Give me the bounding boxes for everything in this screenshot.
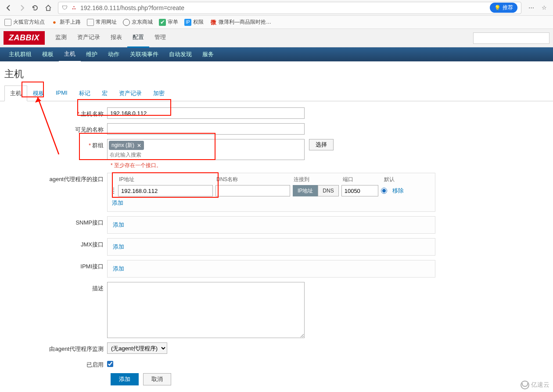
default-interface-radio[interactable] <box>381 188 387 194</box>
top-menu: 监测 资产记录 报表 配置 管理 <box>50 28 171 48</box>
host-name-label: *主机名称 <box>0 107 107 118</box>
remove-tag-icon[interactable]: ✕ <box>137 143 141 149</box>
firefox-icon: ● <box>51 19 58 26</box>
tab-templates[interactable]: 模板 <box>27 86 50 101</box>
browser-toolbar: 🛡 ⛬ 192.168.0.111/hosts.php?form=create … <box>0 0 553 16</box>
groups-label: *群组 <box>0 139 107 150</box>
home-button[interactable] <box>42 2 54 14</box>
add-snmp-interface-link[interactable]: 添加 <box>113 221 124 228</box>
tab-tags[interactable]: 标记 <box>73 86 96 101</box>
connect-to-toggle: IP地址 DNS <box>293 185 339 196</box>
shield-icon: 🛡 <box>62 4 68 11</box>
sub-menu-hosts[interactable]: 主机 <box>59 47 81 62</box>
weibo-icon: 微 <box>210 19 217 26</box>
connect-ip-button[interactable]: IP地址 <box>293 185 318 196</box>
snmp-interface-box: 添加 <box>107 216 435 234</box>
description-label: 描述 <box>0 282 107 292</box>
agent-ip-input[interactable] <box>118 185 213 196</box>
bookmark-item[interactable]: ●新手上路 <box>51 18 81 26</box>
bookmark-item[interactable]: IP权限 <box>184 18 204 26</box>
url-text: 192.168.0.111/hosts.php?form=create <box>80 4 486 11</box>
check-icon: ✔ <box>159 19 166 26</box>
tab-macros[interactable]: 宏 <box>96 86 113 101</box>
host-name-input[interactable] <box>107 107 305 119</box>
bookmark-item[interactable]: 京东商城 <box>123 18 153 26</box>
add-ipmi-interface-link[interactable]: 添加 <box>113 265 124 272</box>
iface-header-dns: DNS名称 <box>216 176 294 183</box>
url-bar[interactable]: 🛡 ⛬ 192.168.0.111/hosts.php?form=create … <box>58 2 521 14</box>
globe-icon <box>123 19 130 26</box>
agent-interface-label: agent代理程序的接口 <box>0 173 107 183</box>
sub-menu-event-correlation[interactable]: 关联项事件 <box>125 47 164 61</box>
group-tag[interactable]: nginx (新) ✕ <box>109 141 144 150</box>
monitored-by-label: 由agent代理程序监测 <box>0 342 107 353</box>
form-tabs: 主机 模板 IPMI 标记 宏 资产记录 加密 <box>0 85 553 101</box>
jmx-interface-label: JMX接口 <box>0 238 107 249</box>
bookmark-item[interactable]: ✔审单 <box>159 18 178 26</box>
forward-button[interactable] <box>16 2 28 14</box>
tab-encryption[interactable]: 加密 <box>147 86 170 101</box>
sub-menu-templates[interactable]: 模板 <box>37 47 59 61</box>
jmx-interface-box: 添加 <box>107 238 435 256</box>
cancel-button[interactable]: 取消 <box>143 373 171 385</box>
iface-header-connect: 连接到 <box>294 176 343 183</box>
page-actions-button[interactable]: ⋯ <box>525 2 537 14</box>
visible-name-label: 可见的名称 <box>0 123 107 134</box>
watermark: 亿速云 <box>521 381 549 385</box>
top-menu-reports[interactable]: 报表 <box>105 28 127 48</box>
submit-button[interactable]: 添加 <box>111 373 139 385</box>
search-input[interactable] <box>473 32 549 44</box>
visible-name-input[interactable] <box>107 123 305 135</box>
agent-port-input[interactable] <box>341 185 378 196</box>
groups-search-input[interactable] <box>109 150 303 158</box>
zabbix-sub-nav: 主机群组 模板 主机 维护 动作 关联项事件 自动发现 服务 <box>0 47 553 61</box>
back-button[interactable] <box>3 2 15 14</box>
top-search <box>473 32 549 44</box>
iface-header-ip: IP地址 <box>119 176 216 183</box>
reload-button[interactable] <box>29 2 41 14</box>
sub-menu-maintenance[interactable]: 维护 <box>81 47 103 61</box>
add-agent-interface-link[interactable]: 添加 <box>112 199 431 207</box>
ipmi-interface-label: IPMI接口 <box>0 260 107 271</box>
groups-multiselect[interactable]: nginx (新) ✕ <box>107 139 305 160</box>
enabled-checkbox[interactable] <box>107 361 113 367</box>
sub-menu-hostgroups[interactable]: 主机群组 <box>4 47 37 61</box>
form-buttons: 添加 取消 <box>0 373 553 385</box>
drag-handle-icon[interactable] <box>112 187 115 194</box>
bookmark-item[interactable]: 微微薄利—商品限时抢… <box>210 18 271 26</box>
sub-menu-discovery[interactable]: 自动发现 <box>164 47 197 61</box>
iface-header-default: 默认 <box>384 176 395 183</box>
bookmark-item[interactable]: 常用网址 <box>87 18 117 26</box>
bookmark-item[interactable]: 火狐官方站点 <box>4 18 45 26</box>
folder-icon <box>87 19 94 26</box>
zabbix-top-nav: ZABBIX 监测 资产记录 报表 配置 管理 <box>0 29 553 47</box>
insecure-icon: ⛬ <box>71 4 77 11</box>
connect-dns-button[interactable]: DNS <box>318 185 338 196</box>
description-textarea[interactable] <box>107 282 305 338</box>
ip-icon: IP <box>184 19 191 26</box>
recommend-pill[interactable]: 💡推荐 <box>490 3 517 13</box>
sub-menu-actions[interactable]: 动作 <box>103 47 125 61</box>
top-menu-administration[interactable]: 管理 <box>149 28 171 48</box>
tab-inventory[interactable]: 资产记录 <box>113 86 147 101</box>
agent-interface-box: IP地址 DNS名称 连接到 端口 默认 IP地址 DNS 移除 添加 <box>107 173 435 212</box>
top-menu-inventory[interactable]: 资产记录 <box>72 28 105 48</box>
bookmark-star-button[interactable]: ☆ <box>538 2 550 14</box>
snmp-interface-label: SNMP接口 <box>0 216 107 227</box>
agent-dns-input[interactable] <box>215 185 290 196</box>
add-jmx-interface-link[interactable]: 添加 <box>113 243 124 250</box>
zabbix-logo[interactable]: ZABBIX <box>4 31 45 45</box>
sub-menu-services[interactable]: 服务 <box>197 47 219 61</box>
tab-ipmi[interactable]: IPMI <box>50 86 73 101</box>
interface-error: * 至少存在一个接口。 <box>0 162 553 169</box>
bookmark-bar: 火狐官方站点 ●新手上路 常用网址 京东商城 ✔审单 IP权限 微微薄利—商品限… <box>0 16 553 29</box>
select-groups-button[interactable]: 选择 <box>309 139 334 150</box>
remove-interface-link[interactable]: 移除 <box>392 187 404 195</box>
page-title: 主机 <box>0 61 553 85</box>
agent-interface-row: IP地址 DNS 移除 <box>112 185 431 196</box>
monitored-by-select[interactable]: (无agent代理程序) <box>107 342 167 354</box>
top-menu-monitoring[interactable]: 监测 <box>50 28 72 48</box>
lightbulb-icon: 💡 <box>494 5 501 11</box>
tab-host[interactable]: 主机 <box>4 86 27 101</box>
top-menu-configuration[interactable]: 配置 <box>127 28 149 48</box>
